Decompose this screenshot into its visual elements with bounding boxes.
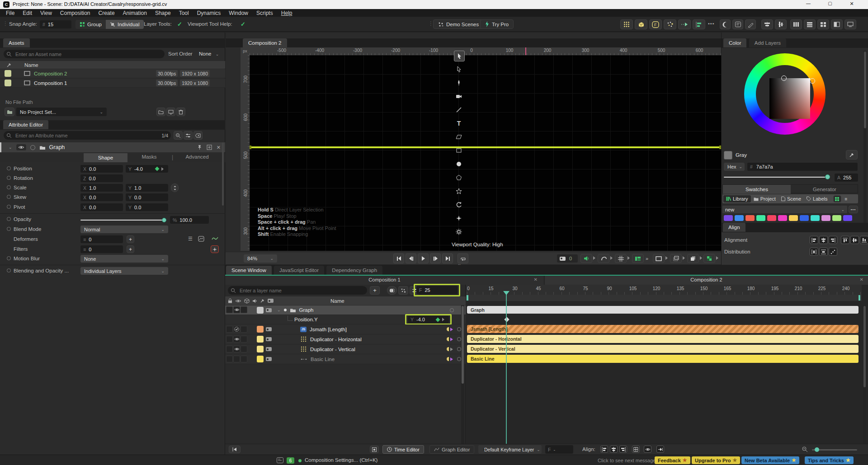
visibility-toggle[interactable] [16,144,27,151]
keyframe-circle-icon[interactable] [450,308,454,312]
layer-name[interactable]: Basic Line [311,357,335,362]
zoom-level-select[interactable]: 84%⌄ [244,254,277,263]
menu-animation[interactable]: Animation [119,9,151,17]
timeline-bar-duplicator-vertical[interactable]: Duplicator - Vertical [467,345,859,353]
menu-tool[interactable]: Tool [175,9,193,17]
timeline-scrollbar[interactable] [863,305,866,444]
hue-picker[interactable] [810,78,815,84]
attribute-filter-button[interactable] [184,131,193,140]
layer-tools-check-icon[interactable]: ✓ [177,21,182,28]
reveal-button[interactable] [166,108,175,116]
group-mode-button[interactable]: Group [75,20,106,29]
align-left-button[interactable] [810,236,818,244]
horizontal-ruler[interactable]: -500 -400 -300 -200 -100 0 100 200 300 4… [250,47,721,55]
keyable-dot[interactable] [7,217,11,221]
settings-tool-button[interactable] [454,227,464,237]
menu-help[interactable]: Help [277,9,297,17]
pivot-x-field[interactable]: X0.0 [80,203,123,211]
rectangle-tool-button[interactable] [454,146,464,155]
viewport-canvas[interactable]: Hold S Direct Layer Selection Space Play… [250,55,721,251]
maximize-button[interactable]: ▢ [820,1,840,6]
line-end-cap-left[interactable] [250,146,251,149]
range-handle-left[interactable] [467,295,468,301]
sort-order-select[interactable]: None ⌄ [199,51,219,56]
layer-search-field[interactable] [228,286,367,295]
overflow-dots-button[interactable]: ••• [708,21,715,26]
close-icon[interactable]: ✕ [217,145,221,150]
attribute-search-field[interactable]: 1/4 [4,131,171,140]
keyframe-next-icon[interactable] [450,328,455,331]
swatch-group-bar[interactable]: new ⌄ [722,206,847,213]
viewport-tool-help-check-icon[interactable]: ✓ [241,21,245,28]
keyframe-circle-icon[interactable] [457,337,461,341]
pivot-y-field[interactable]: Y0.0 [126,203,168,211]
layers-expand-icon[interactable] [683,256,687,260]
key-visibility-button[interactable] [644,446,651,453]
eye-icon[interactable] [234,347,240,351]
keyframe-diamond-icon[interactable] [436,317,440,322]
scale-y-field[interactable]: Y1.0 [126,184,168,192]
sparkle-tool-button[interactable] [454,213,464,223]
grid-toggle-button[interactable] [615,254,627,263]
motion-path-button[interactable] [678,19,691,29]
close-icon[interactable]: ✕ [534,277,538,282]
play-button[interactable] [418,254,429,263]
color-swatch[interactable] [821,215,830,221]
distribute-v-button[interactable] [819,248,828,256]
color-swatch[interactable] [756,215,765,221]
upgrade-to-pro-button[interactable]: Upgrade to Pro★ [692,456,740,464]
asset-row-composition-2[interactable]: Composition 2 30.00fps 1920 x 1080 [0,69,225,78]
timeline-bar-graph[interactable]: Graph [467,306,859,314]
line-tool-button[interactable] [454,105,464,115]
scatter-button[interactable] [664,19,676,29]
tag-icon[interactable] [266,337,272,341]
tag-icon[interactable] [266,327,272,331]
skew-x-field[interactable]: X0.0 [80,193,123,201]
position-y-field[interactable]: Y -4.0 [126,165,168,173]
layer-name[interactable]: Duplicator - Horizontal [310,337,362,342]
keyframe-prev-icon[interactable] [447,327,449,331]
layer-row-graph[interactable]: ⌄ Graph [225,305,466,315]
scene-scrollbar[interactable] [461,305,464,444]
deformers-field[interactable]: ≡0 [80,235,123,243]
onion-skin-button[interactable] [387,286,397,295]
grid-expand-icon[interactable] [627,256,632,260]
more-view-options-button[interactable]: » [646,256,648,261]
keyframe-prev-icon[interactable] [447,357,449,361]
align-middle-button[interactable] [850,236,859,244]
layer-search-input[interactable] [239,287,364,294]
sv-square[interactable] [769,78,810,119]
layer-name[interactable]: Jsmath [Length] [310,327,347,332]
tab-scene-window[interactable]: Scene Window [226,266,272,275]
hex-input[interactable] [755,164,855,170]
ellipse-tool-button[interactable] [454,159,464,169]
skew-tool-button[interactable] [454,132,464,142]
crescent-button[interactable] [720,19,731,29]
select-tool-button[interactable] [454,51,465,61]
alpha-field[interactable]: A255 [835,174,858,182]
blend-mode-select[interactable]: Normal⌄ [80,225,168,233]
frame-all-button[interactable] [370,446,379,453]
project-folder-button[interactable] [5,108,14,116]
scene-header[interactable]: Composition 1 ✕ [225,276,544,285]
color-swatch[interactable] [843,215,852,221]
footer-frame-field[interactable]: F- [545,445,573,454]
expand-chevron-icon[interactable]: ⌄ [274,308,281,312]
hook-expand-icon[interactable] [610,256,614,260]
frame-view-button[interactable] [653,254,665,263]
align-vertical-button[interactable] [775,19,787,29]
loop-button[interactable] [458,254,468,263]
group-dot-icon[interactable] [284,309,287,311]
keyable-dot[interactable] [7,185,11,189]
layer-row-jsmath[interactable]: JS Jsmath [Length] [225,324,466,334]
new-beta-button[interactable]: New Beta Available★ [741,456,799,464]
tab-attribute-editor[interactable]: Attribute Editor [3,120,48,129]
asset-name[interactable]: Composition 1 [34,80,67,86]
tab-add-layers[interactable]: Add Layers [749,38,786,47]
tab-masks[interactable]: Masks [127,154,171,160]
filters-field[interactable]: ≡0 [80,245,123,253]
timeline-header-tab[interactable]: Composition 2 ✕ [545,276,868,285]
deformer-wave-icon[interactable] [212,236,219,241]
tag-icon[interactable] [266,357,272,361]
keyframe-next-icon[interactable] [450,348,455,351]
